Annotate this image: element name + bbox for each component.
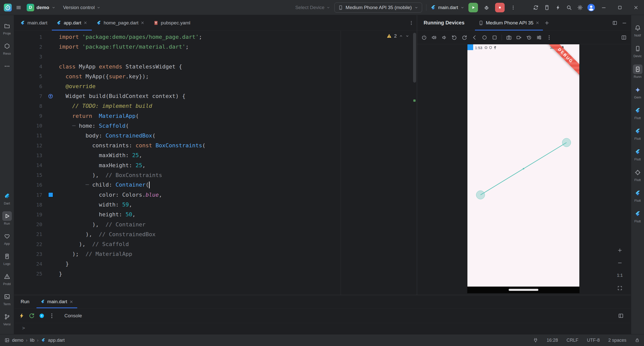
tool-stripe-more-tool-windows[interactable] [2, 61, 12, 71]
code-text[interactable]: ); // MaterialApp [59, 251, 132, 257]
select-device-dropdown[interactable]: Select Device [295, 5, 330, 10]
tool-stripe-dart-analysis[interactable]: Dart [2, 191, 12, 205]
code-text[interactable]: return MaterialApp( [59, 113, 139, 119]
gutter[interactable] [42, 93, 59, 99]
run-configuration-dropdown[interactable]: main.dart [430, 5, 464, 10]
tool-stripe-device-manager[interactable]: Devic [633, 44, 642, 58]
vcs-widget[interactable]: Version control [61, 4, 103, 11]
console-output[interactable]: > [14, 323, 631, 334]
file-encoding[interactable]: UTF-8 [587, 338, 600, 343]
overview-button[interactable] [490, 33, 499, 42]
tool-stripe-flutter-inspector[interactable]: Flutt [633, 126, 642, 141]
window-close-button[interactable] [628, 0, 644, 15]
volume-up-button[interactable] [430, 33, 439, 42]
profiler-button[interactable] [553, 3, 562, 12]
debug-button[interactable] [482, 3, 491, 12]
rotate-left-button[interactable] [450, 33, 459, 42]
device-selector-dropdown[interactable]: Medium Phone API 35 (mobile) [334, 3, 422, 13]
tool-stripe-problems[interactable]: Probl [2, 272, 12, 286]
device-manager-button[interactable] [542, 3, 551, 12]
run-tab[interactable]: main.dart [36, 295, 77, 308]
record-button[interactable] [514, 33, 524, 42]
layout-settings-button[interactable] [616, 311, 625, 320]
editor-scrollbar[interactable] [413, 33, 416, 83]
cursor-position[interactable]: 16:28 [547, 338, 558, 343]
line-separator[interactable]: CRLF [567, 338, 578, 343]
code-text[interactable]: Widget build(BuildContext context) { [59, 93, 185, 99]
panel-layout-icon[interactable] [612, 20, 617, 25]
device-tab[interactable]: Medium Phone API 35 [475, 15, 543, 30]
zoom-fit-button[interactable] [615, 284, 624, 293]
tool-stripe-running-devices[interactable]: Runn [633, 64, 642, 79]
color-preview-swatch[interactable] [49, 193, 53, 197]
code-text[interactable]: // TODO: implement build [59, 103, 152, 109]
lock-icon[interactable] [635, 338, 639, 342]
zoom-in-button[interactable] [615, 246, 624, 255]
close-tab-icon[interactable] [536, 21, 539, 25]
indent-setting[interactable]: 2 spaces [608, 338, 626, 343]
code-text[interactable]: constraints: const BoxConstraints( [59, 142, 206, 149]
console-label[interactable]: Console [64, 313, 82, 319]
screenshot-button[interactable] [504, 33, 513, 42]
tool-stripe-logcat[interactable]: Logc [2, 252, 12, 266]
tool-stripe-run[interactable]: Run [2, 211, 12, 225]
code-text[interactable]: class MyApp extends StatelessWidget { [59, 63, 182, 70]
more-vertical-button[interactable] [47, 311, 56, 320]
tool-stripe-flutter-outline[interactable]: Flutt [633, 106, 642, 120]
sync-button[interactable] [531, 3, 540, 12]
code-text[interactable]: const MyApp({super.key}); [59, 73, 149, 80]
add-device-icon[interactable] [544, 20, 549, 25]
tool-stripe-flutter-performance[interactable]: Flutt [633, 147, 642, 161]
tool-stripe-terminal[interactable]: Term [2, 292, 12, 306]
run-button[interactable] [468, 3, 478, 12]
settings-sliders-button[interactable] [535, 33, 544, 42]
search-button[interactable] [565, 3, 574, 12]
zoom-out-button[interactable] [615, 258, 624, 267]
code-text[interactable]: import 'package:flutter/material.dart'; [59, 44, 189, 50]
breadcrumb-project[interactable]: demo [12, 338, 23, 343]
code-text[interactable]: ), // ConstrainedBox [59, 231, 155, 237]
home-button[interactable] [480, 33, 489, 42]
emulator-screen[interactable]: 1:53 3G DEBUG [467, 44, 579, 287]
code-text[interactable]: width: 59, [59, 201, 132, 208]
code-text[interactable]: maxWidth: 25, [59, 152, 142, 158]
devtools-button[interactable] [37, 311, 46, 320]
more-actions-button[interactable] [509, 3, 518, 12]
back-button[interactable] [470, 33, 479, 42]
tool-stripe-flutter-logs[interactable]: Flutt [633, 209, 642, 223]
breadcrumb-file[interactable]: app.dart [48, 338, 65, 343]
code-text[interactable]: import 'package:demo/pages/home_page.dar… [59, 34, 202, 40]
tool-stripe-flutter-deep-links[interactable]: Flutt [633, 168, 642, 182]
device-frame-button[interactable] [619, 33, 628, 42]
window-layout-icon[interactable] [5, 338, 10, 343]
tool-stripe-flutter-coverage[interactable]: Flutt [633, 188, 642, 202]
tool-stripe-resource-manager[interactable]: Reso [2, 41, 12, 55]
tool-stripe-gemini[interactable]: Gem [633, 85, 642, 99]
code-text[interactable]: ─ child: Container( [59, 182, 150, 189]
tool-stripe-version-control[interactable]: Versi [2, 312, 12, 326]
tool-stripe-project[interactable]: Proje [2, 21, 12, 35]
volume-down-button[interactable] [440, 33, 449, 42]
window-maximize-button[interactable] [612, 0, 628, 15]
plug-icon[interactable] [533, 338, 538, 343]
previous-problem-icon[interactable] [399, 34, 403, 38]
project-selector[interactable]: D demo [25, 3, 58, 12]
code-text[interactable]: } [59, 271, 62, 277]
close-tab-icon[interactable] [69, 300, 73, 304]
power-button[interactable] [420, 33, 429, 42]
tool-stripe-notifications[interactable]: Notif [633, 23, 642, 37]
next-problem-icon[interactable] [405, 34, 409, 38]
rotate-right-button[interactable] [460, 33, 469, 42]
code-text[interactable]: ), // Container [59, 221, 145, 228]
code-text[interactable]: ), // Scaffold [59, 241, 129, 247]
tool-stripe-app-quality-insights[interactable]: App [2, 231, 12, 246]
override-gutter-icon[interactable] [48, 93, 53, 99]
gesture-navigation-pill[interactable] [509, 289, 538, 291]
code-text[interactable]: ─ home: Scaffold( [59, 123, 129, 129]
settings-button[interactable] [576, 3, 585, 12]
hide-panel-icon[interactable] [622, 20, 627, 25]
code-text[interactable]: @override [59, 83, 96, 89]
editor-tab-app.dart[interactable]: app.dart [52, 15, 92, 30]
user-account-button[interactable] [587, 3, 596, 12]
code-text[interactable]: maxHeight: 25, [59, 162, 145, 168]
